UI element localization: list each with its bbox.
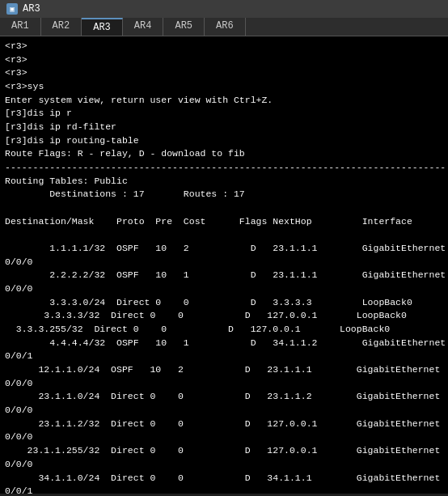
tab-ar3[interactable]: AR3 (82, 18, 123, 36)
tab-ar4[interactable]: AR4 (123, 18, 164, 36)
terminal-output: <r3> <r3> <r3> <r3>sys Enter system view… (5, 40, 446, 494)
terminal[interactable]: <r3> <r3> <r3> <r3>sys Enter system view… (0, 36, 448, 494)
tabs-bar: AR1 AR2 AR3 AR4 AR5 AR6 (0, 18, 448, 36)
tab-ar5[interactable]: AR5 (163, 18, 205, 36)
title-bar: ▣ AR3 (0, 0, 448, 18)
tab-ar2[interactable]: AR2 (41, 18, 82, 36)
title-bar-icon: ▣ (6, 3, 18, 15)
title-bar-label: AR3 (23, 3, 40, 15)
tab-ar1[interactable]: AR1 (0, 18, 41, 36)
tab-ar6[interactable]: AR6 (205, 18, 246, 36)
